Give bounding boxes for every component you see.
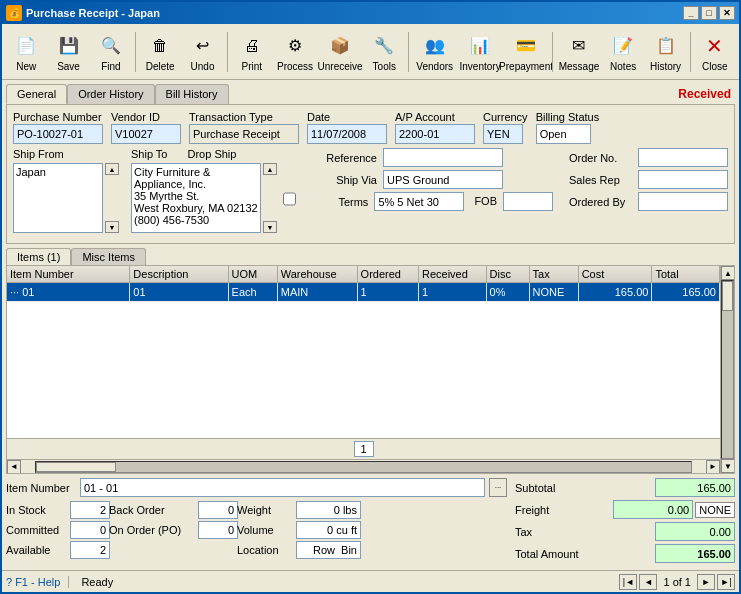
page-number-input[interactable] <box>354 441 374 457</box>
hscroll-thumb[interactable] <box>36 462 116 472</box>
table-scroll[interactable]: ··· 01 01 Each MAIN 1 1 0% NONE 165.00 <box>7 283 720 438</box>
tax-value[interactable] <box>655 522 735 541</box>
sales-rep-input[interactable] <box>638 170 728 189</box>
cell-description: 01 <box>130 283 228 301</box>
col-item-number: Item Number <box>7 266 130 283</box>
tab-bill-history[interactable]: Bill History <box>155 84 229 104</box>
transaction-type-input[interactable] <box>189 124 299 144</box>
date-label: Date <box>307 111 387 123</box>
print-button[interactable]: 🖨 Print <box>232 28 272 76</box>
ship-from-scroll-down[interactable]: ▼ <box>105 221 119 233</box>
currency-label: Currency <box>483 111 528 123</box>
ship-from-textarea[interactable]: Japan <box>13 163 103 233</box>
tab-misc-items[interactable]: Misc Items <box>71 248 146 265</box>
prepayment-button[interactable]: 💳 Prepayment <box>504 28 548 76</box>
title-bar: 💰 Purchase Receipt - Japan _ □ ✕ <box>2 2 739 24</box>
vscroll-up[interactable]: ▲ <box>721 266 734 280</box>
billing-status-input[interactable] <box>536 124 591 144</box>
nav-last[interactable]: ►| <box>717 574 735 590</box>
table-row[interactable]: ··· 01 01 Each MAIN 1 1 0% NONE 165.00 <box>7 283 720 301</box>
ordered-by-row: Ordered By <box>569 192 728 211</box>
new-label: New <box>16 61 36 72</box>
ordered-by-input[interactable] <box>638 192 728 211</box>
ap-account-input[interactable] <box>395 124 475 144</box>
freight-value[interactable] <box>613 500 693 519</box>
vendor-id-input[interactable] <box>111 124 181 144</box>
available-input[interactable] <box>70 541 110 559</box>
minimize-button[interactable]: _ <box>683 6 699 20</box>
item-number-field[interactable] <box>80 478 485 497</box>
maximize-button[interactable]: □ <box>701 6 717 20</box>
committed-input[interactable] <box>70 521 110 539</box>
tools-button[interactable]: 🔧 Tools <box>364 28 404 76</box>
purchase-number-input[interactable] <box>13 124 103 144</box>
location-input[interactable] <box>296 541 361 559</box>
drop-ship-checkbox[interactable] <box>283 165 296 233</box>
hscroll-track[interactable] <box>35 461 692 473</box>
browse-button[interactable]: ··· <box>489 478 507 497</box>
billing-status-group: Billing Status <box>536 111 600 144</box>
f1-icon: ? <box>6 576 12 588</box>
notes-button[interactable]: 📝 Notes <box>603 28 643 76</box>
transaction-type-group: Transaction Type <box>189 111 299 144</box>
ship-to-scroll-up[interactable]: ▲ <box>263 163 277 175</box>
ship-to-textarea[interactable]: City Furniture & Appliance, Inc. 35 Myrt… <box>131 163 261 233</box>
close-button[interactable]: ✕ <box>719 6 735 20</box>
app-icon: 💰 <box>6 5 22 21</box>
tax-row: Tax <box>515 522 735 541</box>
vscrollbar[interactable]: ▲ ▼ <box>720 266 734 473</box>
available-label: Available <box>6 544 66 556</box>
date-group: Date <box>307 111 387 144</box>
volume-input[interactable] <box>296 521 361 539</box>
vendors-button[interactable]: 👥 Vendors <box>413 28 456 76</box>
date-input[interactable] <box>307 124 387 144</box>
in-stock-input[interactable] <box>70 501 110 519</box>
ship-via-input[interactable] <box>383 170 503 189</box>
save-button[interactable]: 💾 Save <box>48 28 88 76</box>
ship-from-scroll-up[interactable]: ▲ <box>105 163 119 175</box>
subtotal-value[interactable] <box>655 478 735 497</box>
unreceive-icon: 📦 <box>326 32 354 60</box>
delete-button[interactable]: 🗑 Delete <box>140 28 180 76</box>
vscroll-thumb[interactable] <box>722 281 733 311</box>
toolbar-sep-4 <box>552 32 553 72</box>
form-area: Purchase Number Vendor ID Transaction Ty… <box>6 104 735 244</box>
currency-input[interactable] <box>483 124 523 144</box>
tab-general[interactable]: General <box>6 84 67 104</box>
nav-prev[interactable]: ◄ <box>639 574 657 590</box>
order-no-input[interactable] <box>638 148 728 167</box>
nav-first[interactable]: |◄ <box>619 574 637 590</box>
message-button[interactable]: ✉ Message <box>557 28 601 76</box>
nav-next[interactable]: ► <box>697 574 715 590</box>
reference-input[interactable] <box>383 148 503 167</box>
tab-order-history[interactable]: Order History <box>67 84 154 104</box>
in-stock-label: In Stock <box>6 504 66 516</box>
status-badge: Received <box>678 87 731 101</box>
inventory-button[interactable]: 📊 Inventory <box>458 28 502 76</box>
purchase-number-group: Purchase Number <box>13 111 103 144</box>
items-data-table: ··· 01 01 Each MAIN 1 1 0% NONE 165.00 <box>7 283 720 302</box>
find-button[interactable]: 🔍 Find <box>91 28 131 76</box>
close-toolbar-button[interactable]: ✕ Close <box>695 28 735 76</box>
table-pagination <box>7 438 720 459</box>
vscroll-down[interactable]: ▼ <box>721 459 734 473</box>
status-bar: ? F1 - Help Ready |◄ ◄ 1 of 1 ► ►| <box>2 570 739 592</box>
hscroll-right[interactable]: ► <box>706 460 720 474</box>
hscrollbar[interactable]: ◄ ► <box>7 459 720 473</box>
total-value[interactable] <box>655 544 735 563</box>
tab-items[interactable]: Items (1) <box>6 248 71 265</box>
terms-input[interactable] <box>374 192 464 211</box>
ship-to-scroll-down[interactable]: ▼ <box>263 221 277 233</box>
fob-input[interactable] <box>503 192 553 211</box>
undo-button[interactable]: ↩ Undo <box>182 28 222 76</box>
unreceive-button[interactable]: 📦 Unreceive <box>318 28 362 76</box>
on-order-input[interactable] <box>198 521 238 539</box>
history-button[interactable]: 📋 History <box>645 28 685 76</box>
process-button[interactable]: ⚙ Process <box>274 28 316 76</box>
weight-input[interactable] <box>296 501 361 519</box>
cell-item-number: ··· 01 <box>7 283 130 301</box>
vscroll-track[interactable] <box>721 280 734 459</box>
back-order-input[interactable] <box>198 501 238 519</box>
new-button[interactable]: 📄 New <box>6 28 46 76</box>
hscroll-left[interactable]: ◄ <box>7 460 21 474</box>
